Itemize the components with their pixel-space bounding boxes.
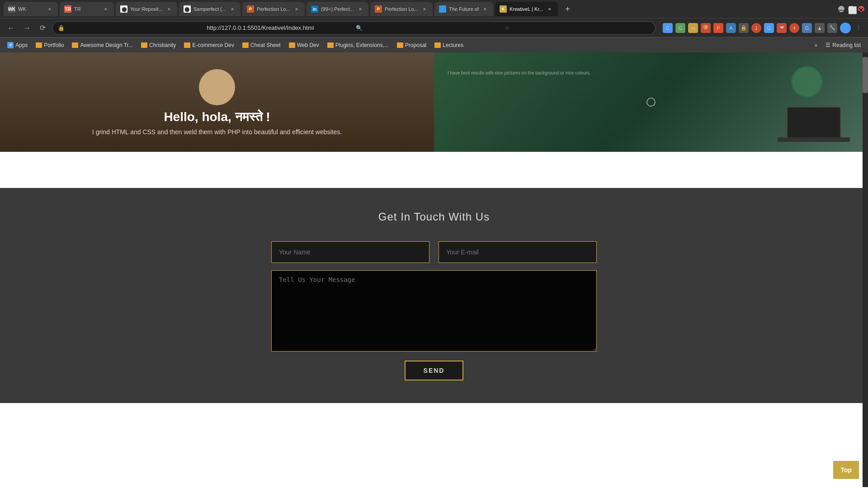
title-bar: WK WK × TR TR × ⬤ Your Reposit... × ⬤ Sa… xyxy=(0,0,868,18)
reload-button[interactable]: ⟳ xyxy=(37,22,48,34)
tab-repo[interactable]: ⬤ Your Reposit... × xyxy=(116,2,177,16)
bookmark-apps[interactable]: ⊞ Apps xyxy=(4,41,31,50)
contact-title: Get In Touch With Us xyxy=(378,211,490,223)
email-input[interactable] xyxy=(439,241,597,263)
lock-icon: 🔒 xyxy=(58,25,203,31)
back-button[interactable]: ← xyxy=(5,22,17,34)
ext-icon-13[interactable]: 🔧 xyxy=(827,23,837,33)
star-icon[interactable]: ☆ xyxy=(505,25,650,31)
hero-section: Hello, hola, नमस्ते ! I grind HTML and C… xyxy=(0,52,868,152)
tab-favicon-samperfect: ⬤ xyxy=(184,5,191,13)
tab-perfection1[interactable]: P Perfection Lo... × xyxy=(242,2,305,16)
hero-greeting: Hello, hola, नमस्ते ! xyxy=(164,110,270,125)
ext-icon-10[interactable]: ❤ xyxy=(777,23,787,33)
tab-close-samperfect[interactable]: × xyxy=(229,5,236,13)
bookmark-awesome-label: Awesome Design Tr... xyxy=(80,42,133,48)
cheatsheet-folder-icon xyxy=(242,42,249,48)
profile-avatar[interactable] xyxy=(840,23,851,33)
ext-icon-3[interactable]: m xyxy=(688,23,698,33)
ext-icon-11[interactable]: G xyxy=(802,23,812,33)
ext-badge[interactable]: 1 xyxy=(789,23,799,33)
tab-future[interactable]: 🌐 The Future of × xyxy=(434,2,493,16)
tab-favicon-kreativel: K xyxy=(500,5,507,13)
top-button[interactable]: Top xyxy=(833,461,859,479)
bookmark-ecommerce-label: E-commerce Dev xyxy=(192,42,234,48)
send-button[interactable]: SEND xyxy=(405,361,464,380)
bookmark-proposal[interactable]: Proposal xyxy=(393,41,430,50)
scrollbar-thumb[interactable] xyxy=(863,57,868,93)
scrollbar[interactable] xyxy=(863,52,868,487)
tab-tr[interactable]: TR TR × xyxy=(60,2,114,16)
address-field[interactable]: 🔒 http://127.0.0.1:5501/Kreativel/Index.… xyxy=(52,21,656,35)
message-textarea[interactable] xyxy=(271,270,597,352)
tab-favicon-future: 🌐 xyxy=(439,5,446,13)
overlay-text: I have best results with nice pictures o… xyxy=(448,70,591,75)
bookmark-christianity-label: Christianity xyxy=(149,42,176,48)
reading-list-label: Reading list xyxy=(832,42,861,48)
address-bar-row: ← → ⟳ 🔒 http://127.0.0.1:5501/Kreativel/… xyxy=(0,18,868,37)
bookmark-cheatsheet-label: Cheat Sheet xyxy=(250,42,281,48)
tab-close-future[interactable]: × xyxy=(481,5,489,13)
ext-icon-7[interactable]: 🔒 xyxy=(739,23,749,33)
portfolio-folder-icon xyxy=(36,42,42,48)
bookmark-portfolio[interactable]: Portfolio xyxy=(32,41,67,50)
tab-perfection2[interactable]: P Perfection Lo... × xyxy=(370,2,433,16)
tab-close-linkedin[interactable]: × xyxy=(357,5,364,13)
menu-button[interactable]: ⋮ xyxy=(854,23,863,33)
bookmark-awesome[interactable]: Awesome Design Tr... xyxy=(68,41,137,50)
reading-list-icon: ☰ xyxy=(826,42,830,48)
bookmark-ecommerce[interactable]: E-commerce Dev xyxy=(180,41,238,50)
page-content: Hello, hola, नमस्ते ! I grind HTML and C… xyxy=(0,52,868,487)
tab-close-repo[interactable]: × xyxy=(165,5,173,13)
forward-button[interactable]: → xyxy=(21,22,33,34)
maximize-button[interactable]: ⬜ xyxy=(848,6,854,12)
close-button[interactable]: ✕ xyxy=(858,6,864,12)
ext-icon-6[interactable]: A xyxy=(726,23,736,33)
bookmark-christianity[interactable]: Christianity xyxy=(137,41,179,50)
bookmarks-more-button[interactable]: » xyxy=(811,41,821,50)
tab-label-tr: TR xyxy=(74,6,99,12)
ext-icon-1[interactable]: G xyxy=(663,23,673,33)
hero-left: Hello, hola, नमस्ते ! I grind HTML and C… xyxy=(0,52,434,152)
form-name-email-row xyxy=(271,241,597,263)
ext-icon-12[interactable]: ▲ xyxy=(815,23,825,33)
tab-label-perfection2: Perfection Lo... xyxy=(385,6,418,12)
bookmark-lectures[interactable]: Lectures xyxy=(431,41,467,50)
bookmark-cheatsheet[interactable]: Cheat Sheet xyxy=(239,41,284,50)
tab-close-perfection2[interactable]: × xyxy=(421,5,428,13)
extension-icons: G G m 🍪 P A 🔒 1 G ❤ 1 G ▲ 🔧 ⋮ xyxy=(663,23,863,33)
tab-favicon-perfection1: P xyxy=(247,5,254,13)
bookmarks-bar: ⊞ Apps Portfolio Awesome Design Tr... Ch… xyxy=(0,37,868,52)
minimize-button[interactable]: — xyxy=(838,6,844,12)
tab-favicon-wk: WK xyxy=(8,5,15,13)
plugins-folder-icon xyxy=(327,42,334,48)
name-input[interactable] xyxy=(271,241,429,263)
tab-samperfect[interactable]: ⬤ Samperfect (... × xyxy=(179,2,241,16)
ext-icon-4[interactable]: 🍪 xyxy=(701,23,711,33)
tab-kreativel[interactable]: K KreativeL | Kr... × xyxy=(495,2,558,16)
reading-list-button[interactable]: ☰ Reading list xyxy=(822,41,864,50)
tab-wk[interactable]: WK WK × xyxy=(4,2,58,16)
search-icon: 🔍 xyxy=(356,25,501,31)
ext-icon-2[interactable]: G xyxy=(675,23,685,33)
bookmark-plugins[interactable]: Plugins, Extensions,... xyxy=(324,41,392,50)
ext-icon-9[interactable]: G xyxy=(764,23,774,33)
tab-close-tr[interactable]: × xyxy=(102,5,109,13)
ext-icon-5[interactable]: P xyxy=(713,23,723,33)
tab-close-kreativel[interactable]: × xyxy=(546,5,553,13)
ext-icon-8[interactable]: 1 xyxy=(751,23,761,33)
tab-favicon-repo: ⬤ xyxy=(120,5,127,13)
address-text: http://127.0.0.1:5501/Kreativel/Index.ht… xyxy=(207,24,352,31)
christianity-folder-icon xyxy=(141,42,147,48)
drink-shape xyxy=(791,66,823,98)
tab-linkedin[interactable]: in (99+) Perfect... × xyxy=(307,2,368,16)
bookmark-webdev[interactable]: Web Dev xyxy=(285,41,323,50)
tab-label-wk: WK xyxy=(18,6,43,12)
new-tab-button[interactable]: + xyxy=(561,3,574,15)
tab-close-wk[interactable]: × xyxy=(46,5,53,13)
white-gap xyxy=(0,152,868,188)
window-controls: — ⬜ ✕ xyxy=(838,6,864,12)
tab-close-perfection1[interactable]: × xyxy=(293,5,300,13)
bookmark-plugins-label: Plugins, Extensions,... xyxy=(335,42,389,48)
tab-label-kreativel: KreativeL | Kr... xyxy=(509,6,543,12)
